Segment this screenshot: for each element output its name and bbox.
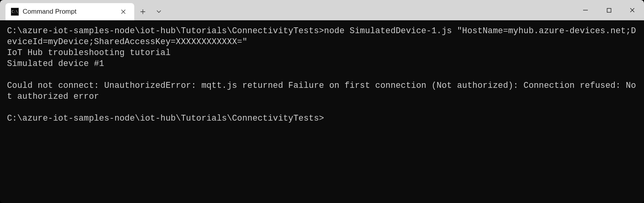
terminal-line: C:\azure-iot-samples-node\iot-hub\Tutori… [7,26,636,46]
tab-dropdown-button[interactable] [151,3,166,20]
chevron-down-icon [156,10,162,14]
tab-title: Command Prompt [23,8,114,16]
maximize-button[interactable] [597,0,621,20]
new-tab-button[interactable] [134,3,151,20]
close-icon [121,9,126,14]
tab-area: C:\ Command Prompt [0,0,166,20]
maximize-icon [607,8,612,13]
close-icon [630,7,635,13]
tab-close-button[interactable] [118,6,129,17]
terminal-line: IoT Hub troubleshooting tutorial [7,48,171,57]
cmd-icon: C:\ [11,8,19,16]
window-controls [574,0,644,20]
tab-command-prompt[interactable]: C:\ Command Prompt [5,3,134,20]
minimize-button[interactable] [574,0,597,20]
terminal-line: C:\azure-iot-samples-node\iot-hub\Tutori… [7,114,324,123]
terminal-output[interactable]: C:\azure-iot-samples-node\iot-hub\Tutori… [0,20,644,203]
plus-icon [140,9,146,14]
window-close-button[interactable] [621,0,644,20]
titlebar: C:\ Command Prompt [0,0,644,20]
terminal-line: Simulated device #1 [7,59,104,68]
svg-rect-0 [607,8,611,12]
minimize-icon [583,7,588,13]
terminal-line: Could not connect: UnauthorizedError: mq… [7,81,636,101]
